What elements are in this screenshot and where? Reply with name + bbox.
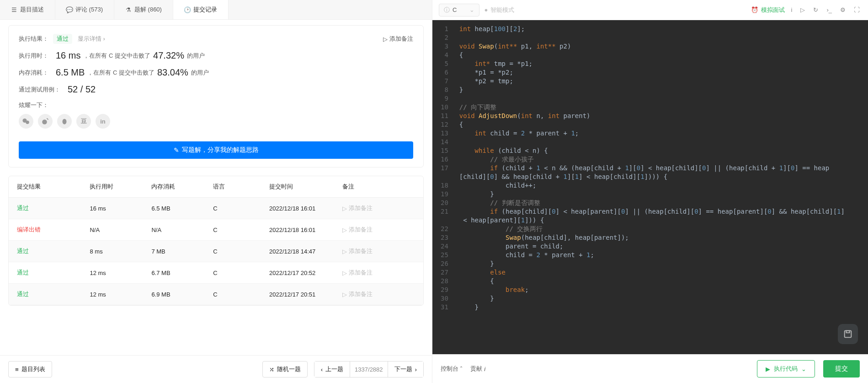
alarm-icon: ⏰ xyxy=(751,6,758,13)
language-select[interactable]: ⓘC ⌄ xyxy=(439,4,479,16)
runtime-value: 16 ms xyxy=(56,50,80,61)
svg-point-1 xyxy=(26,121,29,124)
time-cell: 2022/12/17 20:52 xyxy=(269,270,342,276)
table-row[interactable]: 通过12 ms6.7 MBC2022/12/17 20:52▷添加备注 xyxy=(9,262,423,284)
runtime-cell: N/A xyxy=(90,227,151,233)
problem-counter: 1337/2882 xyxy=(350,366,387,373)
lang-cell: C xyxy=(213,291,269,298)
tab-solutions[interactable]: ⚗ 题解 (860) xyxy=(114,0,173,19)
info-icon: i xyxy=(484,366,485,372)
tab-label: 评论 (573) xyxy=(75,5,103,14)
tab-label: 题目描述 xyxy=(20,5,44,14)
flag-icon: ▷ xyxy=(342,227,347,233)
add-note-cell[interactable]: ▷添加备注 xyxy=(342,204,415,212)
table-row[interactable]: 通过16 ms6.5 MBC2022/12/18 16:01▷添加备注 xyxy=(9,198,423,219)
editor-bottombar: 控制台 ˆ 贡献 i ▶执行代码⌄ 提交 xyxy=(432,354,868,383)
time-cell: 2022/12/17 20:51 xyxy=(269,291,342,298)
share-label: 炫耀一下： xyxy=(19,101,48,109)
add-note-cell[interactable]: ▷添加备注 xyxy=(342,290,415,298)
lang-cell: C xyxy=(213,270,269,276)
code-editor[interactable]: 1234567891011121314151617 18192021 22232… xyxy=(432,20,868,354)
editor-toolbar: ⓘC ⌄ ● 智能模式 ⏰ 模拟面试 i ▷ ↻ ›_ ⚙ ⛶ xyxy=(432,0,868,20)
console-toggle[interactable]: 控制台 ˆ xyxy=(441,365,462,373)
time-cell: 2022/12/18 16:01 xyxy=(269,227,342,233)
runtime-cell: 16 ms xyxy=(90,205,151,212)
flag-icon: ▷ xyxy=(342,291,347,298)
table-row[interactable]: 通过12 ms6.9 MBC2022/12/17 20:51▷添加备注 xyxy=(9,284,423,305)
status-cell: 通过 xyxy=(17,204,90,212)
share-douban[interactable]: 豆 xyxy=(76,114,91,129)
terminal-icon[interactable]: ›_ xyxy=(825,5,834,15)
memory-cell: N/A xyxy=(151,227,213,233)
share-linkedin[interactable]: in xyxy=(96,114,110,129)
runtime-cell: 12 ms xyxy=(90,291,151,298)
chevron-down-icon: ⌄ xyxy=(801,366,806,372)
run-button[interactable]: ▶执行代码⌄ xyxy=(757,360,815,378)
problem-list-button[interactable]: ≡题目列表 xyxy=(8,361,52,378)
table-header: 提交结果 执行用时 内存消耗 语言 提交时间 备注 xyxy=(9,176,423,198)
tab-label: 题解 (860) xyxy=(134,5,162,14)
status-cell: 通过 xyxy=(17,247,90,255)
play-icon[interactable]: ▷ xyxy=(799,5,807,15)
status-cell: 编译出错 xyxy=(17,226,90,234)
flag-icon: ▷ xyxy=(342,248,347,255)
runtime-label: 执行用时： xyxy=(19,52,48,60)
lang-cell: C xyxy=(213,205,269,212)
time-cell: 2022/12/18 14:47 xyxy=(269,248,342,255)
write-solution-button[interactable]: ✎ 写题解，分享我的解题思路 xyxy=(19,141,413,159)
add-note-cell[interactable]: ▷添加备注 xyxy=(342,269,415,277)
gear-icon[interactable]: ⚙ xyxy=(838,5,847,15)
memory-cell: 6.5 MB xyxy=(151,205,213,212)
random-button[interactable]: ⤭随机一题 xyxy=(262,361,308,378)
refresh-icon[interactable]: ↻ xyxy=(811,5,820,15)
list-icon: ≡ xyxy=(15,366,19,373)
save-fab[interactable] xyxy=(838,324,858,344)
shuffle-icon: ⤭ xyxy=(269,366,274,373)
info-icon[interactable]: i xyxy=(789,5,794,15)
doc-icon: ☰ xyxy=(11,6,17,13)
play-icon: ▶ xyxy=(766,366,770,372)
table-row[interactable]: 编译出错N/AN/AC2022/12/18 16:01▷添加备注 xyxy=(9,219,423,241)
submissions-table: 提交结果 执行用时 内存消耗 语言 提交时间 备注 通过16 ms6.5 MBC… xyxy=(8,176,424,306)
flag-icon: ▷ xyxy=(383,36,388,43)
lang-cell: C xyxy=(213,248,269,255)
share-qq[interactable] xyxy=(57,114,72,129)
tabs: ☰ 题目描述 💬 评论 (573) ⚗ 题解 (860) 🕑 提交记录 xyxy=(0,0,432,20)
fullscreen-icon[interactable]: ⛶ xyxy=(852,5,862,15)
smart-mode[interactable]: ● 智能模式 xyxy=(484,6,514,14)
next-button[interactable]: 下一题› xyxy=(388,361,423,377)
share-weibo[interactable] xyxy=(38,114,53,129)
flag-icon: ▷ xyxy=(342,205,347,212)
history-icon: 🕑 xyxy=(184,6,191,13)
add-note-button[interactable]: ▷ 添加备注 xyxy=(383,35,413,43)
submit-button[interactable]: 提交 xyxy=(823,360,860,378)
dot-icon: ● xyxy=(484,6,488,13)
runtime-cell: 8 ms xyxy=(90,248,151,255)
chevron-left-icon: ‹ xyxy=(321,366,323,373)
result-status: 通过 xyxy=(53,34,72,44)
svg-rect-5 xyxy=(846,331,849,333)
add-note-cell[interactable]: ▷添加备注 xyxy=(342,247,415,255)
share-wechat[interactable] xyxy=(19,114,33,129)
memory-cell: 7 MB xyxy=(151,248,213,255)
tab-description[interactable]: ☰ 题目描述 xyxy=(0,0,55,19)
pen-icon: ✎ xyxy=(174,146,179,154)
memory-label: 内存消耗： xyxy=(19,69,48,77)
runtime-pct: 47.32% xyxy=(153,50,184,61)
contribute-link[interactable]: 贡献 i xyxy=(470,365,485,373)
tab-submissions[interactable]: 🕑 提交记录 xyxy=(173,0,229,19)
svg-point-3 xyxy=(63,119,67,124)
tab-comments[interactable]: 💬 评论 (573) xyxy=(55,0,114,19)
memory-value: 6.5 MB xyxy=(56,67,85,78)
memory-pct: 83.04% xyxy=(157,67,188,78)
svg-rect-4 xyxy=(845,331,852,338)
mock-interview-button[interactable]: ⏰ 模拟面试 xyxy=(751,6,785,14)
show-detail-link[interactable]: 显示详情 › xyxy=(78,35,105,43)
table-row[interactable]: 通过8 ms7 MBC2022/12/18 14:47▷添加备注 xyxy=(9,241,423,262)
prev-button[interactable]: ‹上一题 xyxy=(314,361,350,377)
bottom-nav: ≡题目列表 ⤭随机一题 ‹上一题 1337/2882 下一题› xyxy=(0,355,432,383)
memory-cell: 6.7 MB xyxy=(151,270,213,276)
result-card: 执行结果： 通过 显示详情 › ▷ 添加备注 执行用时： 16 ms ，在所有 … xyxy=(8,25,424,167)
add-note-cell[interactable]: ▷添加备注 xyxy=(342,226,415,234)
tab-label: 提交记录 xyxy=(193,5,217,14)
